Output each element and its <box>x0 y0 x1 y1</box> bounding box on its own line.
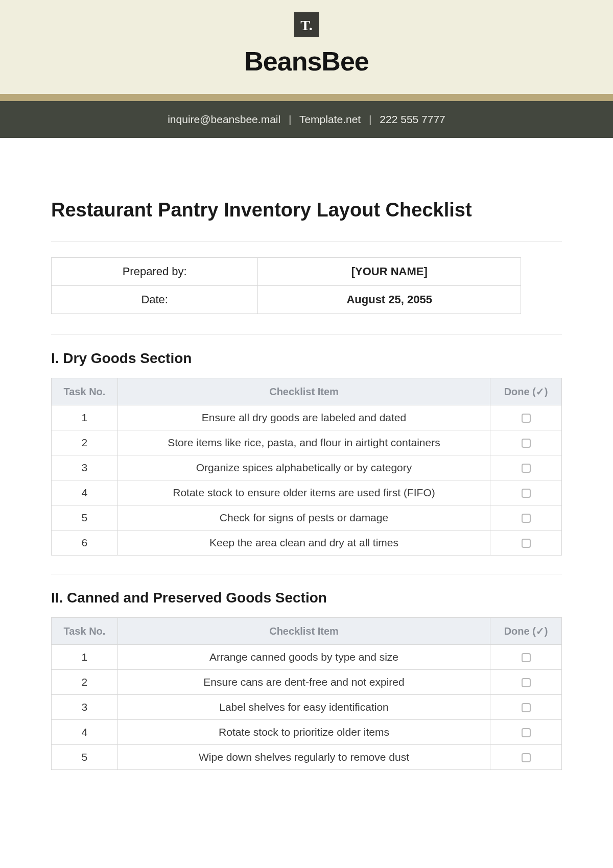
table-row: Date: August 25, 2055 <box>52 286 521 314</box>
table-row: 3Organize spices alphabetically or by ca… <box>52 455 562 480</box>
section-title: I. Dry Goods Section <box>51 350 562 367</box>
checkbox[interactable] <box>522 753 531 762</box>
col-task-no: Task No. <box>52 618 118 645</box>
task-number: 1 <box>52 405 118 430</box>
checklist-item-text: Store items like rice, pasta, and flour … <box>117 430 490 455</box>
done-cell <box>490 670 562 695</box>
task-number: 1 <box>52 645 118 670</box>
checklist-item-text: Rotate stock to prioritize older items <box>117 720 490 745</box>
prepared-by-label: Prepared by: <box>52 258 258 286</box>
task-number: 6 <box>52 531 118 556</box>
checkbox[interactable] <box>522 678 531 687</box>
table-row: Task No.Checklist ItemDone (✓) <box>52 618 562 645</box>
checklist-item-text: Check for signs of pests or damage <box>117 505 490 531</box>
table-row: 1Arrange canned goods by type and size <box>52 645 562 670</box>
task-number: 3 <box>52 695 118 720</box>
divider <box>51 574 562 574</box>
checklist-table: Task No.Checklist ItemDone (✓)1Arrange c… <box>51 617 562 770</box>
divider <box>51 334 562 335</box>
checklist-table: Task No.Checklist ItemDone (✓)1Ensure al… <box>51 378 562 556</box>
checkbox[interactable] <box>522 653 531 662</box>
task-number: 5 <box>52 505 118 531</box>
checkbox[interactable] <box>522 514 531 523</box>
contact-bar: inquire@beansbee.mail | Template.net | 2… <box>0 101 613 138</box>
table-row: 2Store items like rice, pasta, and flour… <box>52 430 562 455</box>
table-row: 5Check for signs of pests or damage <box>52 505 562 531</box>
done-cell <box>490 405 562 430</box>
table-row: 4Rotate stock to ensure older items are … <box>52 480 562 505</box>
checklist-item-text: Keep the area clean and dry at all times <box>117 531 490 556</box>
checklist-item-text: Label shelves for easy identification <box>117 695 490 720</box>
done-cell <box>490 505 562 531</box>
header-banner: T. BeansBee <box>0 0 613 94</box>
separator-icon: | <box>369 113 371 125</box>
logo-icon: T. <box>294 12 319 37</box>
contact-site: Template.net <box>299 113 361 125</box>
done-cell <box>490 455 562 480</box>
col-checklist-item: Checklist Item <box>117 378 490 405</box>
checkbox[interactable] <box>522 464 531 473</box>
col-task-no: Task No. <box>52 378 118 405</box>
table-row: 5Wipe down shelves regularly to remove d… <box>52 745 562 770</box>
contact-email: inquire@beansbee.mail <box>168 113 280 125</box>
col-done: Done (✓) <box>490 378 562 405</box>
done-cell <box>490 720 562 745</box>
task-number: 4 <box>52 480 118 505</box>
table-row: Task No.Checklist ItemDone (✓) <box>52 378 562 405</box>
accent-strip <box>0 94 613 101</box>
task-number: 4 <box>52 720 118 745</box>
checkbox[interactable] <box>522 439 531 448</box>
date-label: Date: <box>52 286 258 314</box>
table-row: 6Keep the area clean and dry at all time… <box>52 531 562 556</box>
table-row: Prepared by: [YOUR NAME] <box>52 258 521 286</box>
task-number: 3 <box>52 455 118 480</box>
checklist-item-text: Ensure all dry goods are labeled and dat… <box>117 405 490 430</box>
col-checklist-item: Checklist Item <box>117 618 490 645</box>
done-cell <box>490 745 562 770</box>
task-number: 2 <box>52 430 118 455</box>
contact-phone: 222 555 7777 <box>380 113 445 125</box>
done-cell <box>490 645 562 670</box>
meta-table: Prepared by: [YOUR NAME] Date: August 25… <box>51 257 521 314</box>
done-cell <box>490 531 562 556</box>
separator-icon: | <box>289 113 291 125</box>
divider <box>51 242 562 242</box>
checkbox[interactable] <box>522 728 531 737</box>
table-row: 4Rotate stock to prioritize older items <box>52 720 562 745</box>
checklist-item-text: Ensure cans are dent-free and not expire… <box>117 670 490 695</box>
task-number: 2 <box>52 670 118 695</box>
task-number: 5 <box>52 745 118 770</box>
checkbox[interactable] <box>522 414 531 423</box>
date-value: August 25, 2055 <box>258 286 521 314</box>
done-cell <box>490 695 562 720</box>
checklist-item-text: Organize spices alphabetically or by cat… <box>117 455 490 480</box>
document-title: Restaurant Pantry Inventory Layout Check… <box>51 199 562 221</box>
checklist-item-text: Arrange canned goods by type and size <box>117 645 490 670</box>
checkbox[interactable] <box>522 539 531 548</box>
section-title: II. Canned and Preserved Goods Section <box>51 590 562 606</box>
table-row: 3Label shelves for easy identification <box>52 695 562 720</box>
done-cell <box>490 430 562 455</box>
brand-name: BeansBee <box>0 46 613 77</box>
document-body: Restaurant Pantry Inventory Layout Check… <box>0 138 613 809</box>
checklist-item-text: Rotate stock to ensure older items are u… <box>117 480 490 505</box>
checkbox[interactable] <box>522 703 531 712</box>
prepared-by-value: [YOUR NAME] <box>258 258 521 286</box>
table-row: 2Ensure cans are dent-free and not expir… <box>52 670 562 695</box>
done-cell <box>490 480 562 505</box>
col-done: Done (✓) <box>490 618 562 645</box>
table-row: 1Ensure all dry goods are labeled and da… <box>52 405 562 430</box>
checklist-item-text: Wipe down shelves regularly to remove du… <box>117 745 490 770</box>
checkbox[interactable] <box>522 489 531 498</box>
